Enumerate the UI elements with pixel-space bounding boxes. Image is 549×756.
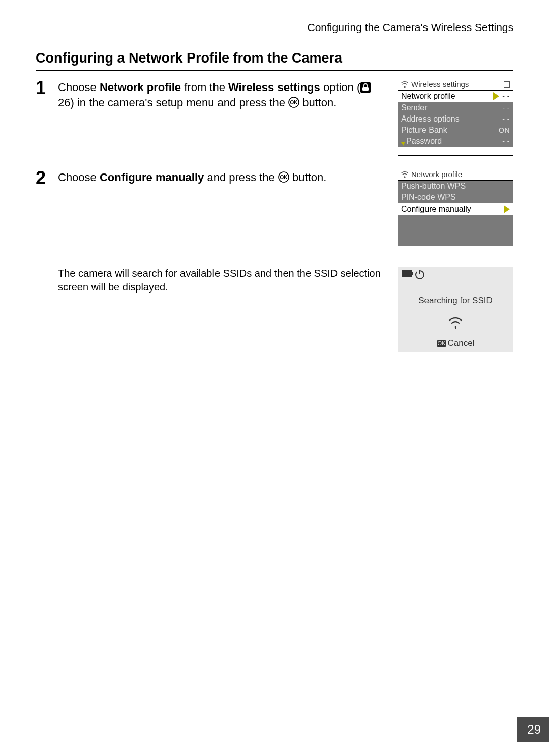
row-label: Configure manually xyxy=(401,205,471,213)
text: button. xyxy=(289,171,326,184)
text-bold: Configure manually xyxy=(100,171,204,184)
text: option ( xyxy=(320,81,361,94)
chevron-right-icon xyxy=(504,205,510,213)
menu-body: Push-button WPS PIN-code WPS Configure m… xyxy=(398,180,513,246)
screen-footer xyxy=(398,147,513,155)
row-label: Push-button WPS xyxy=(401,182,466,190)
menu-indicator-icon xyxy=(504,81,510,88)
step-1: 1 Choose Network profile from the Wirele… xyxy=(36,78,513,156)
page-ref: 26 xyxy=(58,96,70,109)
step-number: 2 xyxy=(36,168,58,187)
page-number: 29 xyxy=(517,717,549,742)
cancel-label: Cancel xyxy=(447,338,474,348)
row-value: ON xyxy=(499,127,510,134)
step-number: 1 xyxy=(36,78,58,97)
camera-screen-wireless-settings: Wireless settings Network profile - - Se… xyxy=(398,78,513,156)
row-label: Sender xyxy=(401,104,428,112)
screen-title: Network profile xyxy=(411,170,510,178)
menu-row-pin-code-wps: PIN-code WPS xyxy=(398,192,513,203)
row-value: - - xyxy=(502,104,510,111)
text-bold: Wireless settings xyxy=(228,81,320,94)
wifi-searching-icon xyxy=(448,317,463,329)
camera-screen-network-profile: Network profile Push-button WPS PIN-code… xyxy=(398,168,513,254)
menu-row-sender: Sender - - xyxy=(398,102,513,113)
text: Choose xyxy=(58,81,100,94)
setup-ref-icon xyxy=(360,82,371,93)
ok-badge-icon: OK xyxy=(437,340,447,347)
menu-row-configure-manually: Configure manually xyxy=(398,203,513,215)
searching-message: Searching for SSID xyxy=(398,296,513,306)
row-value: - - xyxy=(502,138,510,145)
menu-row-address-options: Address options - - xyxy=(398,113,513,125)
screen-footer xyxy=(398,246,513,254)
menu-row-picture-bank: Picture Bank ON xyxy=(398,125,513,136)
step-1-text: Choose Network profile from the Wireless… xyxy=(58,78,387,110)
battery-icon xyxy=(402,270,412,277)
power-icon xyxy=(415,270,424,279)
svg-text:OK: OK xyxy=(280,175,288,180)
step-2-subnote: The camera will search for available SSI… xyxy=(58,267,513,352)
text: button. xyxy=(299,96,337,109)
row-label: Address options xyxy=(401,115,460,123)
screen-title: Wireless settings xyxy=(411,80,501,88)
wifi-icon xyxy=(401,81,408,88)
scroll-down-icon xyxy=(401,142,405,146)
ok-button-icon: OK xyxy=(278,171,289,183)
row-label: Password xyxy=(406,137,442,146)
svg-rect-1 xyxy=(362,87,369,91)
step-2-text: Choose Configure manually and press the … xyxy=(58,168,387,185)
text: and press the xyxy=(204,171,278,184)
screen-header: Network profile xyxy=(398,168,513,180)
menu-row-push-button-wps: Push-button WPS xyxy=(398,180,513,192)
wifi-icon xyxy=(401,171,408,178)
row-label: PIN-code WPS xyxy=(401,193,456,201)
row-label: Network profile xyxy=(401,92,455,100)
step-2: 2 Choose Configure manually and press th… xyxy=(36,168,513,254)
cancel-hint: OKCancel xyxy=(398,338,513,348)
menu-body: Network profile - - Sender - - Address o… xyxy=(398,90,513,155)
text: ) in the camera's setup menu and press t… xyxy=(70,96,288,109)
row-label: Picture Bank xyxy=(401,126,447,134)
text: Choose xyxy=(58,171,100,184)
subnote-text: The camera will search for available SSI… xyxy=(58,267,387,294)
chevron-right-icon xyxy=(493,92,499,100)
text: from the xyxy=(181,81,228,94)
status-bar xyxy=(398,267,513,279)
row-value: - - xyxy=(502,115,510,123)
camera-screen-searching-ssid: Searching for SSID OKCancel xyxy=(398,267,513,352)
section-title: Configuring a Network Profile from the C… xyxy=(36,50,513,71)
ok-button-icon: OK xyxy=(288,97,299,108)
text-bold: Network profile xyxy=(100,81,181,94)
svg-text:OK: OK xyxy=(290,100,298,105)
screen-header: Wireless settings xyxy=(398,78,513,90)
running-head: Configuring the Camera's Wireless Settin… xyxy=(36,21,513,37)
menu-row-password: Password - - xyxy=(398,136,513,147)
manual-page: Configuring the Camera's Wireless Settin… xyxy=(0,0,549,756)
menu-row-network-profile: Network profile - - xyxy=(398,90,513,102)
row-value: - - xyxy=(502,93,510,100)
